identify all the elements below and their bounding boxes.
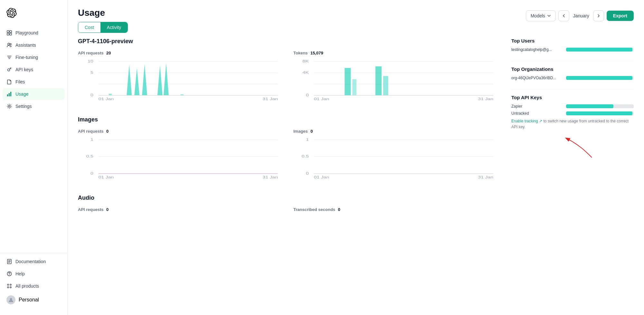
top-org-bar-fill-0 (566, 76, 632, 80)
enable-tracking-link[interactable]: Enable tracking ↗ (511, 119, 542, 123)
annotation-area (511, 135, 634, 161)
prev-month-button[interactable] (558, 10, 569, 21)
images-svg-container: 1 0.5 0 01 Jan 31 Jan (293, 137, 498, 182)
sidebar-item-documentation[interactable]: Documentation (3, 256, 65, 267)
svg-rect-31 (109, 94, 112, 95)
divider-1 (511, 61, 634, 61)
svg-point-4 (8, 43, 10, 45)
audio-api-requests-label: API requests (78, 207, 103, 212)
svg-point-17 (10, 287, 11, 288)
user-profile[interactable]: Personal (3, 292, 65, 307)
gpt4-title: GPT-4-1106-preview (78, 38, 498, 45)
gpt4-tokens-chart: Tokens 15,079 8K 4K 0 (293, 50, 498, 103)
sidebar-item-settings[interactable]: Settings (3, 100, 65, 112)
svg-rect-8 (9, 93, 10, 96)
svg-marker-27 (134, 68, 139, 95)
top-org-bar-0 (566, 76, 634, 80)
sidebar-item-fine-tuning[interactable]: Fine-tuning (3, 52, 65, 63)
tab-activity[interactable]: Activity (100, 22, 128, 33)
images-api-requests-svg-container: 1 0.5 0 01 Jan 31 Jan (78, 137, 283, 182)
svg-point-15 (10, 284, 11, 285)
logo[interactable] (0, 5, 67, 27)
top-orgs-section: Top Organizations org-46QtJePVOa36rIBD..… (511, 66, 634, 80)
sidebar: Playground Assistants Fine-tuning API ke… (0, 0, 68, 315)
models-button[interactable]: Models (526, 10, 556, 21)
svg-text:1: 1 (90, 138, 93, 141)
tab-cost[interactable]: Cost (78, 22, 100, 33)
audio-transcribed-chart: Transcribed seconds 0 (293, 206, 498, 212)
svg-text:5: 5 (90, 71, 93, 74)
sidebar-item-usage[interactable]: Usage (3, 88, 65, 100)
svg-marker-29 (157, 65, 163, 95)
top-users-section: Top Users testingcataloghelp@g... (511, 38, 634, 52)
user-label: Personal (19, 297, 39, 303)
svg-text:01 Jan: 01 Jan (314, 176, 329, 179)
svg-point-10 (9, 106, 10, 107)
settings-icon (6, 103, 12, 109)
top-api-key-bar-fill-1 (566, 111, 632, 115)
sidebar-item-files[interactable]: Files (3, 76, 65, 88)
top-user-bar-fill-0 (566, 48, 632, 52)
audio-charts-row: API requests 0 Transcribed seconds 0 (78, 206, 498, 212)
svg-marker-30 (164, 63, 169, 95)
sidebar-item-help[interactable]: Help (3, 268, 65, 280)
month-label: January (572, 13, 591, 18)
gpt4-tokens-label: Tokens (293, 51, 308, 55)
sidebar-item-playground[interactable]: Playground (3, 27, 65, 39)
sidebar-item-all-products[interactable]: All products (3, 280, 65, 292)
top-api-key-bar-0 (566, 104, 634, 108)
top-api-key-bar-1 (566, 111, 634, 115)
svg-text:31 Jan: 31 Jan (478, 176, 493, 179)
chevron-left-icon (562, 14, 566, 18)
svg-rect-43 (345, 68, 351, 95)
top-api-key-bar-fill-0 (566, 104, 613, 108)
gpt4-api-requests-svg-container: 10 5 0 (78, 58, 283, 103)
annotation-arrow (511, 135, 634, 161)
svg-text:01 Jan: 01 Jan (314, 97, 329, 101)
sidebar-item-settings-label: Settings (15, 104, 32, 109)
svg-point-14 (7, 284, 9, 285)
sidebar-item-assistants[interactable]: Assistants (3, 39, 65, 51)
top-user-bar-0 (566, 48, 634, 52)
key-icon (6, 67, 12, 72)
gpt4-tokens-svg-container: 8K 4K 0 01 Jan (293, 58, 498, 103)
svg-text:1: 1 (306, 138, 309, 141)
gpt4-api-requests-chart: API requests 20 10 5 (78, 50, 283, 103)
avatar (6, 295, 15, 304)
svg-text:01 Jan: 01 Jan (99, 176, 114, 179)
audio-transcribed-value: 0 (338, 207, 340, 212)
enable-tracking-text: Enable tracking ↗ to switch new usage fr… (511, 118, 634, 130)
svg-text:01 Jan: 01 Jan (99, 97, 114, 101)
top-api-key-label-1: Untracked (511, 111, 563, 116)
help-icon (6, 271, 12, 277)
next-month-button[interactable] (593, 10, 604, 21)
top-user-row-0: testingcataloghelp@g... (511, 47, 634, 52)
sidebar-bottom: Documentation Help All products Personal (0, 253, 67, 310)
svg-text:31 Jan: 31 Jan (478, 97, 493, 101)
svg-rect-0 (7, 31, 9, 33)
top-api-key-label-0: Zapier (511, 104, 563, 109)
svg-point-16 (7, 287, 9, 288)
sidebar-item-files-label: Files (15, 79, 25, 84)
gpt4-api-requests-value: 20 (106, 51, 111, 55)
sidebar-item-all-products-label: All products (15, 283, 39, 289)
export-button[interactable]: Export (607, 11, 634, 21)
products-icon (6, 283, 12, 289)
svg-rect-7 (7, 94, 8, 96)
doc-icon (6, 259, 12, 264)
images-label: Images (293, 129, 308, 134)
images-api-requests-chart: API requests 0 1 0.5 0 (78, 128, 283, 182)
svg-marker-26 (127, 65, 132, 95)
sidebar-item-api-keys[interactable]: API keys (3, 64, 65, 75)
svg-point-13 (9, 275, 10, 275)
sidebar-item-help-label: Help (15, 271, 25, 276)
top-org-row-0: org-46QtJePVOa36rIBD... (511, 76, 634, 80)
audio-title: Audio (78, 195, 498, 201)
gpt4-api-requests-label: API requests (78, 51, 103, 55)
chevron-down-icon (547, 14, 551, 18)
chart-icon (6, 91, 12, 97)
tabs: Cost Activity (78, 22, 128, 33)
content-layout: GPT-4-1106-preview API requests 20 (78, 38, 634, 225)
sidebar-item-playground-label: Playground (15, 30, 38, 35)
svg-marker-28 (142, 64, 147, 95)
